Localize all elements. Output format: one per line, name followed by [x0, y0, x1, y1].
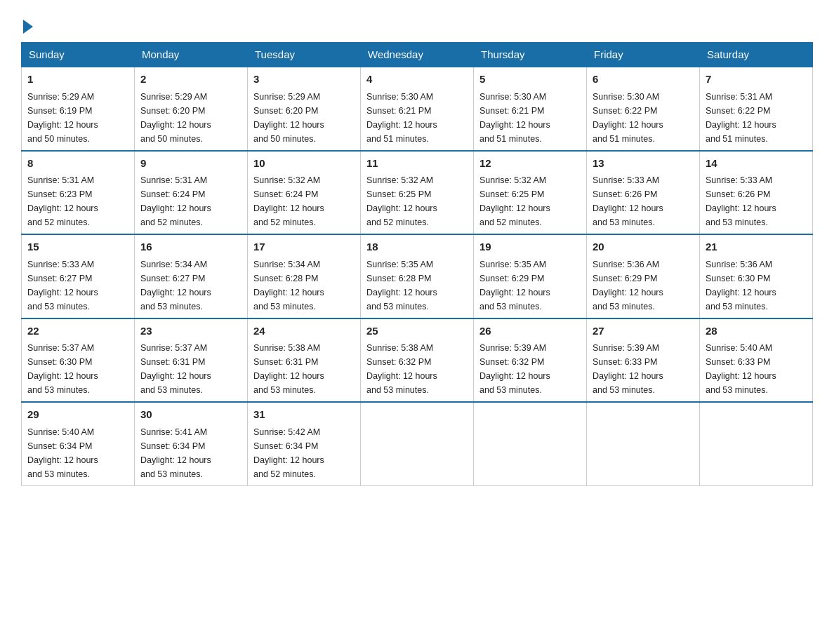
calendar-day-cell: 29Sunrise: 5:40 AMSunset: 6:34 PMDayligh… [22, 402, 135, 485]
day-number: 1 [27, 72, 128, 88]
page-header [21, 14, 813, 34]
calendar-day-cell: 27Sunrise: 5:39 AMSunset: 6:33 PMDayligh… [587, 318, 700, 403]
calendar-day-cell: 11Sunrise: 5:32 AMSunset: 6:25 PMDayligh… [361, 151, 474, 235]
day-info: Sunrise: 5:33 AMSunset: 6:27 PMDaylight:… [27, 257, 128, 314]
day-number: 29 [27, 407, 128, 423]
day-info: Sunrise: 5:30 AMSunset: 6:22 PMDaylight:… [593, 90, 694, 146]
day-number: 31 [253, 407, 355, 423]
day-number: 11 [366, 156, 468, 172]
calendar-day-cell: 8Sunrise: 5:31 AMSunset: 6:23 PMDaylight… [22, 151, 135, 235]
calendar-empty-cell [587, 402, 700, 485]
weekday-header-monday: Monday [135, 43, 248, 67]
calendar-day-cell: 30Sunrise: 5:41 AMSunset: 6:34 PMDayligh… [135, 402, 248, 485]
calendar-day-cell: 16Sunrise: 5:34 AMSunset: 6:27 PMDayligh… [135, 234, 248, 318]
day-info: Sunrise: 5:32 AMSunset: 6:24 PMDaylight:… [253, 173, 355, 229]
calendar-day-cell: 12Sunrise: 5:32 AMSunset: 6:25 PMDayligh… [474, 151, 587, 235]
calendar-day-cell: 19Sunrise: 5:35 AMSunset: 6:29 PMDayligh… [474, 234, 587, 318]
calendar-day-cell: 17Sunrise: 5:34 AMSunset: 6:28 PMDayligh… [248, 234, 361, 318]
day-number: 13 [593, 156, 694, 172]
day-number: 16 [140, 239, 241, 255]
day-info: Sunrise: 5:41 AMSunset: 6:34 PMDaylight:… [140, 425, 241, 481]
day-info: Sunrise: 5:32 AMSunset: 6:25 PMDaylight:… [479, 173, 581, 229]
calendar-empty-cell [474, 402, 587, 485]
day-number: 25 [366, 323, 468, 340]
calendar-day-cell: 13Sunrise: 5:33 AMSunset: 6:26 PMDayligh… [587, 151, 700, 235]
day-number: 20 [593, 239, 694, 255]
day-number: 4 [366, 72, 468, 88]
weekday-header-friday: Friday [587, 43, 700, 67]
calendar-empty-cell [700, 402, 813, 485]
calendar-day-cell: 14Sunrise: 5:33 AMSunset: 6:26 PMDayligh… [700, 151, 813, 235]
day-number: 10 [253, 156, 355, 172]
day-number: 14 [706, 156, 807, 172]
day-number: 6 [593, 72, 694, 88]
day-info: Sunrise: 5:38 AMSunset: 6:31 PMDaylight:… [253, 341, 355, 397]
calendar-day-cell: 18Sunrise: 5:35 AMSunset: 6:28 PMDayligh… [361, 234, 474, 318]
day-number: 2 [140, 72, 241, 88]
day-info: Sunrise: 5:30 AMSunset: 6:21 PMDaylight:… [479, 90, 581, 146]
day-number: 12 [479, 156, 581, 172]
day-number: 5 [479, 72, 581, 88]
day-info: Sunrise: 5:39 AMSunset: 6:33 PMDaylight:… [593, 341, 694, 397]
day-info: Sunrise: 5:32 AMSunset: 6:25 PMDaylight:… [366, 173, 468, 229]
day-number: 9 [140, 156, 241, 172]
day-number: 22 [27, 323, 128, 340]
calendar-week-row: 22Sunrise: 5:37 AMSunset: 6:30 PMDayligh… [22, 318, 813, 403]
day-number: 15 [27, 239, 128, 255]
day-number: 23 [140, 323, 241, 340]
calendar-day-cell: 24Sunrise: 5:38 AMSunset: 6:31 PMDayligh… [248, 318, 361, 403]
day-info: Sunrise: 5:35 AMSunset: 6:29 PMDaylight:… [479, 257, 581, 314]
day-number: 7 [706, 72, 807, 88]
day-number: 26 [479, 323, 581, 340]
weekday-header-sunday: Sunday [22, 43, 135, 67]
day-info: Sunrise: 5:40 AMSunset: 6:34 PMDaylight:… [27, 425, 128, 481]
calendar-day-cell: 9Sunrise: 5:31 AMSunset: 6:24 PMDaylight… [135, 151, 248, 235]
day-info: Sunrise: 5:34 AMSunset: 6:27 PMDaylight:… [140, 257, 241, 314]
calendar-day-cell: 25Sunrise: 5:38 AMSunset: 6:32 PMDayligh… [361, 318, 474, 403]
calendar-day-cell: 2Sunrise: 5:29 AMSunset: 6:20 PMDaylight… [135, 67, 248, 151]
calendar-week-row: 1Sunrise: 5:29 AMSunset: 6:19 PMDaylight… [22, 67, 813, 151]
calendar-day-cell: 23Sunrise: 5:37 AMSunset: 6:31 PMDayligh… [135, 318, 248, 403]
day-number: 21 [706, 239, 807, 255]
calendar-day-cell: 26Sunrise: 5:39 AMSunset: 6:32 PMDayligh… [474, 318, 587, 403]
calendar-table: SundayMondayTuesdayWednesdayThursdayFrid… [21, 42, 813, 486]
calendar-day-cell: 1Sunrise: 5:29 AMSunset: 6:19 PMDaylight… [22, 67, 135, 151]
day-info: Sunrise: 5:39 AMSunset: 6:32 PMDaylight:… [479, 341, 581, 397]
day-info: Sunrise: 5:29 AMSunset: 6:20 PMDaylight:… [140, 90, 241, 146]
day-info: Sunrise: 5:37 AMSunset: 6:30 PMDaylight:… [27, 341, 128, 397]
calendar-week-row: 8Sunrise: 5:31 AMSunset: 6:23 PMDaylight… [22, 151, 813, 235]
day-info: Sunrise: 5:36 AMSunset: 6:29 PMDaylight:… [593, 257, 694, 314]
calendar-day-cell: 20Sunrise: 5:36 AMSunset: 6:29 PMDayligh… [587, 234, 700, 318]
weekday-header-saturday: Saturday [700, 43, 813, 67]
calendar-day-cell: 28Sunrise: 5:40 AMSunset: 6:33 PMDayligh… [700, 318, 813, 403]
day-info: Sunrise: 5:30 AMSunset: 6:21 PMDaylight:… [366, 90, 468, 146]
weekday-header-tuesday: Tuesday [248, 43, 361, 67]
calendar-day-cell: 21Sunrise: 5:36 AMSunset: 6:30 PMDayligh… [700, 234, 813, 318]
day-number: 17 [253, 239, 355, 255]
day-info: Sunrise: 5:42 AMSunset: 6:34 PMDaylight:… [253, 425, 355, 481]
day-info: Sunrise: 5:40 AMSunset: 6:33 PMDaylight:… [706, 341, 807, 397]
day-number: 8 [27, 156, 128, 172]
calendar-day-cell: 5Sunrise: 5:30 AMSunset: 6:21 PMDaylight… [474, 67, 587, 151]
weekday-header-thursday: Thursday [474, 43, 587, 67]
calendar-header-row: SundayMondayTuesdayWednesdayThursdayFrid… [22, 43, 813, 67]
day-info: Sunrise: 5:33 AMSunset: 6:26 PMDaylight:… [593, 173, 694, 229]
day-info: Sunrise: 5:33 AMSunset: 6:26 PMDaylight:… [706, 173, 807, 229]
day-info: Sunrise: 5:34 AMSunset: 6:28 PMDaylight:… [253, 257, 355, 314]
day-info: Sunrise: 5:29 AMSunset: 6:20 PMDaylight:… [253, 90, 355, 146]
day-number: 24 [253, 323, 355, 340]
day-number: 27 [593, 323, 694, 340]
calendar-day-cell: 6Sunrise: 5:30 AMSunset: 6:22 PMDaylight… [587, 67, 700, 151]
day-info: Sunrise: 5:37 AMSunset: 6:31 PMDaylight:… [140, 341, 241, 397]
calendar-week-row: 15Sunrise: 5:33 AMSunset: 6:27 PMDayligh… [22, 234, 813, 318]
calendar-week-row: 29Sunrise: 5:40 AMSunset: 6:34 PMDayligh… [22, 402, 813, 485]
day-info: Sunrise: 5:31 AMSunset: 6:24 PMDaylight:… [140, 173, 241, 229]
calendar-empty-cell [361, 402, 474, 485]
logo-arrow-icon [23, 20, 33, 34]
day-info: Sunrise: 5:38 AMSunset: 6:32 PMDaylight:… [366, 341, 468, 397]
calendar-day-cell: 22Sunrise: 5:37 AMSunset: 6:30 PMDayligh… [22, 318, 135, 403]
calendar-day-cell: 10Sunrise: 5:32 AMSunset: 6:24 PMDayligh… [248, 151, 361, 235]
day-number: 3 [253, 72, 355, 88]
calendar-day-cell: 4Sunrise: 5:30 AMSunset: 6:21 PMDaylight… [361, 67, 474, 151]
day-info: Sunrise: 5:36 AMSunset: 6:30 PMDaylight:… [706, 257, 807, 314]
